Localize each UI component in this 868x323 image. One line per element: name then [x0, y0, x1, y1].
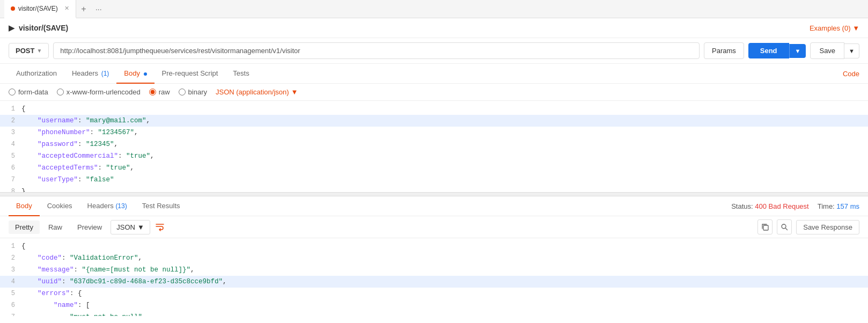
- svg-rect-0: [763, 225, 768, 230]
- code-line-1: 1 {: [0, 103, 868, 115]
- resp-headers-badge: (13): [115, 202, 127, 210]
- search-response-button[interactable]: [777, 219, 792, 234]
- method-chevron-icon: ▼: [36, 48, 42, 54]
- code-line-6: 6 "acceptedTerms": "true",: [0, 162, 868, 174]
- copy-response-button[interactable]: [757, 219, 773, 234]
- x-www-form-urlencoded-option[interactable]: x-www-form-urlencoded: [57, 88, 141, 96]
- tab-pre-request[interactable]: Pre-request Script: [155, 64, 226, 84]
- resp-code-line-2: 2 "code": "ValidationError",: [0, 252, 868, 264]
- resp-code-line-7: 7 "must not be null": [0, 311, 868, 316]
- chevron-right-icon: ▶: [9, 24, 14, 32]
- panel-divider: [0, 192, 868, 196]
- resp-fmt-raw[interactable]: Raw: [42, 221, 69, 234]
- body-dot: [144, 72, 147, 76]
- save-button[interactable]: Save: [810, 42, 844, 59]
- raw-option[interactable]: raw: [149, 88, 170, 96]
- page-title: ▶ visitor/(SAVE): [9, 24, 68, 32]
- tab-dot: [11, 6, 15, 11]
- resp-format-chevron-icon: ▼: [137, 223, 144, 231]
- code-line-5: 5 "acceptedCommercial": "true",: [0, 150, 868, 162]
- request-tabs: Authorization Headers (1) Body Pre-reque…: [0, 64, 868, 84]
- resp-tab-cookies[interactable]: Cookies: [40, 196, 80, 216]
- code-line-8: 8 }: [0, 186, 868, 192]
- resp-fmt-pretty[interactable]: Pretty: [9, 221, 40, 234]
- new-tab-button[interactable]: +: [76, 2, 91, 17]
- resp-code-line-5: 5 "errors": {: [0, 288, 868, 299]
- resp-code-line-6: 6 "name": [: [0, 299, 868, 311]
- params-button[interactable]: Params: [704, 42, 744, 59]
- code-line-3: 3 "phoneNumber": "1234567",: [0, 127, 868, 138]
- save-button-group: Save ▼: [810, 42, 859, 59]
- more-tabs-button[interactable]: ···: [91, 2, 106, 17]
- format-chevron-icon: ▼: [291, 88, 298, 96]
- close-icon[interactable]: ✕: [64, 5, 69, 12]
- code-line-7: 7 "userType": "false": [0, 174, 868, 186]
- response-tabs-bar: Body Cookies Headers (13) Test Results S…: [0, 196, 868, 216]
- code-line-2: 2 "username": "mary@mail.com",: [0, 115, 868, 127]
- resp-code-line-1: 1 {: [0, 240, 868, 252]
- resp-tab-test-results[interactable]: Test Results: [135, 196, 188, 216]
- status-value: 400 Bad Request: [755, 202, 808, 210]
- response-format-bar: Pretty Raw Preview JSON ▼ Save Response: [0, 216, 868, 238]
- response-status-bar: Status: 400 Bad Request Time: 157 ms: [731, 202, 859, 210]
- url-input[interactable]: [53, 42, 700, 59]
- save-response-button[interactable]: Save Response: [796, 220, 859, 234]
- tab-body[interactable]: Body: [116, 64, 154, 84]
- time-value: 157 ms: [836, 202, 859, 210]
- resp-fmt-preview[interactable]: Preview: [71, 221, 108, 234]
- response-body-editor[interactable]: 1 { 2 "code": "ValidationError", 3 "mess…: [0, 238, 868, 316]
- chevron-down-icon: ▼: [852, 24, 859, 32]
- tab-authorization[interactable]: Authorization: [9, 64, 64, 84]
- tab-bar: visitor/(SAVE) ✕ + ···: [0, 0, 868, 18]
- code-line-4: 4 "password": "12345",: [0, 138, 868, 150]
- send-button-group: Send ▼: [748, 43, 806, 58]
- resp-code-line-3: 3 "message": "{name=[must not be null]}"…: [0, 264, 868, 276]
- method-select[interactable]: POST ▼: [9, 43, 49, 58]
- form-data-option[interactable]: form-data: [9, 88, 48, 96]
- format-select[interactable]: JSON (application/json) ▼: [216, 88, 298, 96]
- wrap-lines-icon[interactable]: [152, 219, 167, 234]
- code-link[interactable]: Code: [843, 70, 859, 78]
- tab-label: visitor/(SAVE): [18, 5, 58, 12]
- resp-code-line-4: 4 "uuid": "637dbc91-c89d-468a-ef23-d35c8…: [0, 276, 868, 288]
- binary-option[interactable]: binary: [179, 88, 207, 96]
- svg-point-1: [782, 224, 786, 229]
- url-bar: POST ▼ Params Send ▼ Save ▼: [0, 38, 868, 64]
- send-dropdown-button[interactable]: ▼: [789, 44, 806, 58]
- resp-tab-headers[interactable]: Headers (13): [80, 196, 135, 216]
- headers-badge: (1): [101, 70, 109, 77]
- resp-tab-body[interactable]: Body: [9, 196, 40, 216]
- body-options: form-data x-www-form-urlencoded raw bina…: [0, 84, 868, 101]
- tab-headers[interactable]: Headers (1): [64, 64, 116, 84]
- title-bar: ▶ visitor/(SAVE) Examples (0) ▼: [0, 18, 868, 38]
- resp-format-select[interactable]: JSON ▼: [111, 220, 150, 234]
- response-action-icons: Save Response: [757, 219, 859, 234]
- tab-visitor-save[interactable]: visitor/(SAVE) ✕: [4, 0, 76, 18]
- examples-button[interactable]: Examples (0) ▼: [810, 24, 859, 32]
- send-button[interactable]: Send: [748, 43, 789, 58]
- request-body-editor[interactable]: 1 { 2 "username": "mary@mail.com", 3 "ph…: [0, 101, 868, 192]
- save-dropdown-button[interactable]: ▼: [844, 43, 859, 58]
- tab-tests[interactable]: Tests: [225, 64, 256, 84]
